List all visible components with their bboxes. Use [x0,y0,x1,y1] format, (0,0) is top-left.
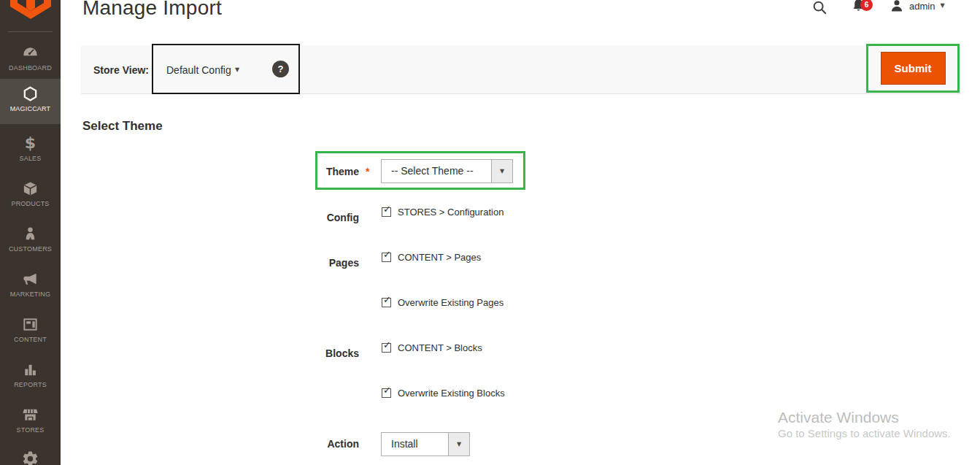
checkbox-label[interactable]: STORES > Configuration [398,207,503,218]
store-view-label: Store View: [93,64,149,76]
customers-icon [22,224,39,243]
admin-username: admin [909,1,935,12]
check-icon: ✓ [383,295,391,304]
sidebar: DASHBOARD MAGICCART $ SALES PRODUCTS [0,0,61,465]
action-select[interactable]: Install ▼ [381,432,470,456]
overwrite-existing-pages-checkbox[interactable]: ✓ [382,298,391,307]
stores-configuration-checkbox[interactable]: ✓ [382,207,391,217]
blocks-checkbox-row: ✓ CONTENT > Blocks [382,342,482,353]
dashboard-icon [22,43,39,62]
config-checkbox-row: ✓ STORES > Configuration [382,207,503,218]
section-title: Select Theme [82,119,163,134]
sales-icon: $ [25,134,36,153]
content-icon [22,315,39,334]
overwrite-blocks-checkbox-row: ✓ Overwrite Existing Blocks [382,388,505,399]
sidebar-item-label: CUSTOMERS [9,245,52,253]
sidebar-item-marketing[interactable]: MARKETING [0,264,61,308]
activate-windows-watermark: Activate Windows [778,409,899,426]
select-arrow-button[interactable]: ▼ [491,160,512,182]
sidebar-item-label: STORES [16,426,44,434]
overwrite-pages-checkbox-row: ✓ Overwrite Existing Pages [382,297,503,308]
sidebar-item-reports[interactable]: REPORTS [0,355,61,399]
submit-annotation-box: Submit [866,44,960,93]
checkbox-label[interactable]: CONTENT > Pages [398,252,481,263]
sidebar-item-customers[interactable]: CUSTOMERS [0,219,61,263]
sidebar-item-label: DASHBOARD [9,64,52,72]
content-pages-checkbox[interactable]: ✓ [382,253,391,262]
system-gear-icon [21,449,39,465]
checkbox-label[interactable]: CONTENT > Blocks [398,342,482,353]
check-icon: ✓ [383,385,391,395]
action-label: Action [219,438,359,450]
content-blocks-checkbox[interactable]: ✓ [382,343,391,353]
sidebar-item-label: PRODUCTS [11,200,49,207]
help-icon[interactable]: ? [272,61,289,77]
check-icon: ✓ [383,340,391,350]
sidebar-divider [8,31,53,32]
store-view-switcher[interactable]: Default Config [166,64,231,76]
sidebar-item-dashboard[interactable]: DASHBOARD [0,38,61,82]
sidebar-item-magiccart[interactable]: MAGICCART [0,79,61,124]
products-icon [22,179,39,198]
theme-select-value: -- Select Theme -- [382,160,483,182]
check-icon: ✓ [383,204,391,214]
sidebar-item-system[interactable] [0,444,61,465]
submit-button[interactable]: Submit [881,52,946,85]
admin-menu[interactable]: admin ▼ [890,0,945,13]
sidebar-item-stores[interactable]: STORES [0,400,61,444]
sidebar-item-content[interactable]: CONTENT [0,310,61,353]
search-icon[interactable] [811,0,827,18]
sidebar-item-label: SALES [19,155,41,162]
sidebar-item-label: MAGICCART [10,105,51,112]
user-avatar-icon [890,0,904,13]
sidebar-item-label: REPORTS [14,381,47,388]
theme-select[interactable]: -- Select Theme -- ▼ [381,159,513,183]
config-label: Config [219,212,359,223]
pages-label: Pages [219,257,359,269]
stores-icon [22,405,39,424]
chevron-down-icon: ▼ [500,169,504,174]
magento-logo-icon[interactable] [10,0,51,20]
chevron-down-icon: ▼ [457,442,461,447]
activate-windows-watermark-sub: Go to Settings to activate Windows. [778,427,951,439]
check-icon: ✓ [383,250,391,259]
blocks-label: Blocks [219,347,359,359]
sidebar-item-products[interactable]: PRODUCTS [0,174,61,218]
page-title: Manage Import [82,0,222,20]
sidebar-item-label: MARKETING [10,291,50,298]
store-view-toolbar: Store View: Default Config ▼ ? Submit [81,45,960,94]
theme-label: Theme [219,166,359,177]
notification-count-badge: 6 [860,0,873,11]
sidebar-item-label: CONTENT [14,336,47,343]
store-view-annotation-box: Default Config ▼ ? [152,44,300,94]
reports-icon [22,360,39,379]
chevron-down-icon: ▼ [235,67,239,73]
manage-import-page: DASHBOARD MAGICCART $ SALES PRODUCTS [0,0,980,465]
required-asterisk: * [366,166,369,177]
overwrite-existing-blocks-checkbox[interactable]: ✓ [382,388,391,398]
checkbox-label[interactable]: Overwrite Existing Pages [398,297,503,308]
action-select-value: Install [382,433,428,456]
magiccart-icon [22,84,39,103]
checkbox-label[interactable]: Overwrite Existing Blocks [398,388,505,399]
sidebar-item-sales[interactable]: $ SALES [0,128,61,172]
chevron-down-icon: ▼ [940,3,944,9]
marketing-icon [22,269,39,288]
select-arrow-button[interactable]: ▼ [448,433,469,456]
pages-checkbox-row: ✓ CONTENT > Pages [382,252,481,263]
